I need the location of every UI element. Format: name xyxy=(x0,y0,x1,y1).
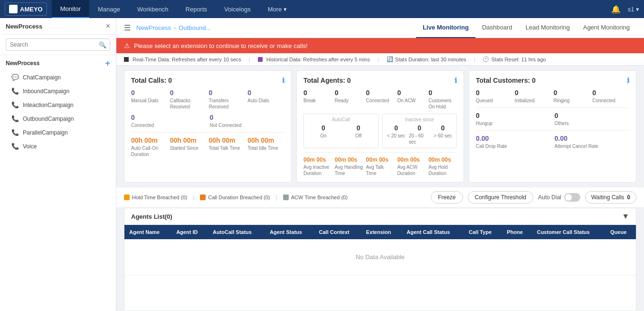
total-talk-time-label: Total Talk Time xyxy=(209,145,246,151)
total-agents-title: Total Agents: 0 ℹ xyxy=(303,77,457,84)
sidebar-section-title: NewProcess + xyxy=(6,59,110,68)
total-talk-time-value: 00h 00m xyxy=(209,136,246,144)
toggle-knob xyxy=(565,194,572,201)
nav-item-manage[interactable]: Manage xyxy=(89,0,129,18)
total-customers-info-icon[interactable]: ℹ xyxy=(627,77,629,84)
tab-live-monitoring[interactable]: Live Monitoring xyxy=(416,18,475,38)
stat-total-talk-time: 00h 00m Total Talk Time xyxy=(209,136,246,157)
total-calls-info-icon[interactable]: ℹ xyxy=(282,77,284,84)
col-call-context: Call Context xyxy=(314,225,361,239)
total-calls-panel: Total Calls: 0 ℹ 0 Manual Dials 0 Callba… xyxy=(124,70,292,183)
acw-time-label: ACW Time Breached (0) xyxy=(291,194,348,200)
tab-dashboard[interactable]: Dashboard xyxy=(475,18,519,38)
manual-dials-value: 0 xyxy=(131,89,168,97)
stat-attempt-cancel-rate: 0.00 Attempt Cancel Rate xyxy=(555,135,630,149)
stat-connected: 0 Connected xyxy=(131,114,206,128)
table-header-row: Agent Name Agent ID AutoCall Status Agen… xyxy=(124,225,636,239)
col-call-type: Call Type xyxy=(464,225,502,239)
tab-agent-monitoring[interactable]: Agent Monitoring xyxy=(577,18,636,38)
connected-value: 0 xyxy=(131,114,206,121)
total-idle-time-label: Total Idle Time xyxy=(247,145,284,151)
nav-item-reports[interactable]: Reports xyxy=(177,0,216,18)
breadcrumb-root[interactable]: NewProcess xyxy=(136,24,171,31)
search-icon: 🔍 xyxy=(99,41,106,49)
historical-dot xyxy=(258,57,263,62)
total-customers-panel: Total Customers: 0 ℹ 0 Queued 0 Initiali… xyxy=(469,70,636,183)
nav-item-more[interactable]: More▾ xyxy=(259,0,296,18)
realtime-label: Real-Time Data: Refreshes after every 10… xyxy=(133,57,241,62)
auto-dial-label: Auto Dial xyxy=(538,194,561,201)
hold-time-label: Hold Time Breached (0) xyxy=(132,194,187,200)
breach-toolbar: Hold Time Breached (0) | Call Duration B… xyxy=(116,187,644,208)
autocall-off: 0 Off xyxy=(342,124,375,139)
filter-icon[interactable]: ▼ xyxy=(622,212,629,221)
freeze-button[interactable]: Freeze xyxy=(431,191,463,204)
total-agents-info-icon[interactable]: ℹ xyxy=(455,77,457,84)
agents-data-table: Agent Name Agent ID AutoCall Status Agen… xyxy=(124,225,636,275)
sidebar-item-inboundcampaign[interactable]: 📞 InboundCampaign xyxy=(6,84,110,98)
sidebar-search-container: 🔍 xyxy=(0,35,116,55)
total-calls-grid3: 00h 00m Auto Call-On Duration 00h 00m St… xyxy=(131,136,284,157)
stat-total-idle-time: 00h 00m Total Idle Time xyxy=(247,136,284,157)
sidebar-section: NewProcess + 💬 ChatCampaign 📞 InboundCam… xyxy=(0,55,116,157)
auto-dial-toggle[interactable] xyxy=(564,193,580,202)
sidebar: NewProcess × 🔍 NewProcess + 💬 ChatCampai… xyxy=(0,18,116,311)
alert-bar: ⚠ Please select an extension to continue… xyxy=(116,38,644,53)
nav-right: 🔔 s1 ▾ xyxy=(611,5,639,14)
nav-item-voicelogs[interactable]: Voicelogs xyxy=(216,0,259,18)
sidebar-item-label: InteactionCampaign xyxy=(23,102,74,108)
stats-reset-label: Stats Reset: 11 hrs ago xyxy=(491,57,546,62)
stat-ready: 0 Ready xyxy=(335,89,363,110)
sidebar-header: NewProcess × xyxy=(0,18,116,35)
breadcrumb-current[interactable]: Outbound... xyxy=(179,24,211,31)
auto-call-on-duration-value: 00h 00m xyxy=(131,136,168,144)
stat-not-connected: 0 Not Connected xyxy=(210,114,285,128)
sidebar-item-parallelcampaign[interactable]: 📞 ParallelCampaign xyxy=(6,126,110,139)
notification-bell-icon[interactable]: 🔔 xyxy=(611,5,621,14)
search-input[interactable] xyxy=(6,39,110,51)
hamburger-icon[interactable]: ☰ xyxy=(124,23,131,32)
col-agent-call-status: Agent Call Status xyxy=(402,225,464,239)
tab-lead-monitoring[interactable]: Lead Monitoring xyxy=(519,18,576,38)
stat-avg-inactive: 00m 00s Avg Inactive Duration xyxy=(303,156,332,176)
hold-time-breach: Hold Time Breached (0) xyxy=(124,194,187,200)
stat-auto-call-on-duration: 00h 00m Auto Call-On Duration xyxy=(131,136,168,157)
started-since-label: Started Since xyxy=(170,145,207,151)
stat-call-drop-rate: 0.00 Call Drop Rate xyxy=(476,135,551,149)
customers-grid1: 0 Queued 0 Initialized 0 Ringing 0 Conne… xyxy=(476,89,629,104)
sidebar-item-label: ParallelCampaign xyxy=(23,129,68,136)
sidebar-item-voice[interactable]: 📞 Voice xyxy=(6,139,110,153)
phone-icon: 📞 xyxy=(11,87,19,95)
stat-avg-hold: 00m 00s Avg Hold Duration xyxy=(428,156,457,176)
logo-text: AMEYO xyxy=(20,6,43,13)
total-idle-time-value: 00h 00m xyxy=(247,136,284,144)
breadcrumb-separator: › xyxy=(174,24,176,31)
agents-row1: 0 Break 0 Ready 0 Connected 0 On ACW xyxy=(303,89,457,110)
total-agents-panel: Total Agents: 0 ℹ 0 Break 0 Ready 0 Conn… xyxy=(296,70,464,183)
customers-grid3: 0.00 Call Drop Rate 0.00 Attempt Cancel … xyxy=(476,135,629,149)
realtime-dot xyxy=(124,57,129,62)
stat-manual-dials: 0 Manual Dials xyxy=(131,89,168,110)
sidebar-item-chatcampaign[interactable]: 💬 ChatCampaign xyxy=(6,70,110,84)
nav-item-workbench[interactable]: Workbench xyxy=(129,0,177,18)
col-agent-id: Agent ID xyxy=(171,225,208,239)
inactive-gt60: 0 > 60 sec xyxy=(432,124,454,145)
autocall-on: 0 On xyxy=(307,124,340,139)
inactive-20-60: 0 20 - 60 sec xyxy=(409,124,430,145)
stat-customer-connected: 0 Connected xyxy=(592,89,629,104)
inactive-label: Inactive since xyxy=(386,117,454,122)
waiting-calls-badge: Waiting Calls 0 xyxy=(585,191,636,204)
total-calls-title: Total Calls: 0 ℹ xyxy=(131,77,284,84)
sidebar-item-label: Voice xyxy=(23,143,37,150)
sidebar-item-outboundcampaign[interactable]: 📞 OutboundCampaign xyxy=(6,112,110,126)
user-menu[interactable]: s1 ▾ xyxy=(628,6,639,13)
sidebar-item-inteactioncampaign[interactable]: 📞 InteactionCampaign xyxy=(6,98,110,112)
sidebar-add-button[interactable]: + xyxy=(105,59,110,68)
nav-item-monitor[interactable]: Monitor xyxy=(52,0,89,18)
table-no-data-row: No Data Available xyxy=(124,239,636,275)
sidebar-close-icon[interactable]: × xyxy=(106,22,110,30)
breadcrumb: NewProcess › Outbound... xyxy=(136,24,416,31)
configure-threshold-button[interactable]: Configure Threshold xyxy=(468,191,534,204)
autocall-label: AutoCall xyxy=(307,117,375,122)
stat-on-acw: 0 On ACW xyxy=(397,89,426,110)
